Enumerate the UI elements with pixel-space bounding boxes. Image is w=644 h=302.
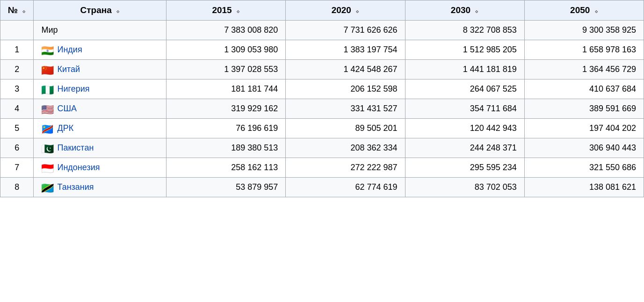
world-2020: 7 731 626 626 <box>286 21 405 40</box>
header-2015-label: 2015 <box>212 5 232 15</box>
country-link[interactable]: Нигерия <box>57 84 89 93</box>
header-2030-label: 2030 <box>451 5 470 15</box>
world-2015: 7 383 008 820 <box>166 21 286 40</box>
flag-icon: 🇹🇿 <box>41 183 54 192</box>
row-data-y2020: 1 424 548 267 <box>286 60 405 79</box>
country-link[interactable]: Пакистан <box>57 143 94 152</box>
header-num[interactable]: № ⬦ <box>0 0 34 21</box>
row-num: 6 <box>0 138 34 158</box>
row-data-y2020: 208 362 334 <box>286 138 405 158</box>
flag-icon: 🇮🇩 <box>41 164 54 173</box>
header-num-label: № <box>8 5 18 15</box>
row-num: 1 <box>0 40 34 60</box>
row-data-y2020: 272 222 987 <box>286 158 405 178</box>
world-label: Мир <box>41 25 58 35</box>
country-link[interactable]: ДРК <box>57 123 73 133</box>
country-link[interactable]: Китай <box>57 65 80 74</box>
row-data-y2030: 354 711 684 <box>405 99 524 119</box>
row-num: 8 <box>0 178 34 197</box>
row-data-y2015: 76 196 619 <box>166 119 286 138</box>
row-data-y2030: 264 067 525 <box>405 79 524 99</box>
world-country: Мир <box>34 21 166 40</box>
row-country: 🇨🇳Китай <box>34 60 166 79</box>
row-data-y2020: 89 505 201 <box>286 119 405 138</box>
row-country: 🇹🇿Танзания <box>34 178 166 197</box>
table-row: 1🇮🇳Индия1 309 053 9801 383 197 7541 512 … <box>0 40 644 60</box>
sort-icon-2030: ⬦ <box>475 7 478 14</box>
row-num: 4 <box>0 99 34 119</box>
header-2020[interactable]: 2020 ⬦ <box>286 0 405 21</box>
table-row: 4🇺🇸США319 929 162331 431 527354 711 6843… <box>0 99 644 119</box>
header-row: № ⬦ Страна ⬦ 2015 ⬦ 2020 ⬦ 2030 ⬦ 2050 ⬦ <box>0 0 644 21</box>
row-num: 5 <box>0 119 34 138</box>
row-data-y2050: 321 550 686 <box>524 158 644 178</box>
row-country: 🇳🇬Нигерия <box>34 79 166 99</box>
sort-icon-num: ⬦ <box>22 7 26 14</box>
table-row: 3🇳🇬Нигерия181 181 744206 152 598264 067 … <box>0 79 644 99</box>
row-data-y2030: 1 512 985 205 <box>405 40 524 60</box>
row-country: 🇨🇩ДРК <box>34 119 166 138</box>
row-data-y2015: 189 380 513 <box>166 138 286 158</box>
row-data-y2015: 319 929 162 <box>166 99 286 119</box>
header-2050[interactable]: 2050 ⬦ <box>524 0 644 21</box>
row-country: 🇮🇩Индонезия <box>34 158 166 178</box>
row-country: 🇮🇳Индия <box>34 40 166 60</box>
table-row: 6🇵🇰Пакистан189 380 513208 362 334244 248… <box>0 138 644 158</box>
sort-icon-country: ⬦ <box>116 7 120 14</box>
country-link[interactable]: Индия <box>57 45 82 54</box>
row-data-y2020: 331 431 527 <box>286 99 405 119</box>
row-data-y2015: 181 181 744 <box>166 79 286 99</box>
table-row: 2🇨🇳Китай1 397 028 5531 424 548 2671 441 … <box>0 60 644 79</box>
world-2030: 8 322 708 853 <box>405 21 524 40</box>
row-data-y2030: 120 442 943 <box>405 119 524 138</box>
header-2030[interactable]: 2030 ⬦ <box>405 0 524 21</box>
row-country: 🇵🇰Пакистан <box>34 138 166 158</box>
flag-icon: 🇨🇳 <box>41 65 54 74</box>
sort-icon-2015: ⬦ <box>236 7 240 14</box>
row-num: 3 <box>0 79 34 99</box>
flag-icon: 🇵🇰 <box>41 144 54 153</box>
table-row: 7🇮🇩Индонезия258 162 113272 222 987295 59… <box>0 158 644 178</box>
header-country[interactable]: Страна ⬦ <box>34 0 166 21</box>
country-link[interactable]: Индонезия <box>57 163 100 172</box>
row-data-y2030: 1 441 181 819 <box>405 60 524 79</box>
flag-icon: 🇮🇳 <box>41 46 54 55</box>
row-data-y2015: 1 397 028 553 <box>166 60 286 79</box>
world-num <box>0 21 34 40</box>
population-table: № ⬦ Страна ⬦ 2015 ⬦ 2020 ⬦ 2030 ⬦ 2050 ⬦ <box>0 0 644 197</box>
row-num: 7 <box>0 158 34 178</box>
sort-icon-2050: ⬦ <box>594 7 598 14</box>
row-data-y2050: 306 940 443 <box>524 138 644 158</box>
header-2050-label: 2050 <box>570 5 590 15</box>
row-data-y2030: 244 248 371 <box>405 138 524 158</box>
country-link[interactable]: США <box>57 104 77 113</box>
header-2015[interactable]: 2015 ⬦ <box>166 0 286 21</box>
world-row: Мир 7 383 008 820 7 731 626 626 8 322 70… <box>0 21 644 40</box>
row-data-y2050: 197 404 202 <box>524 119 644 138</box>
row-data-y2030: 295 595 234 <box>405 158 524 178</box>
row-num: 2 <box>0 60 34 79</box>
row-data-y2015: 53 879 957 <box>166 178 286 197</box>
flag-icon: 🇳🇬 <box>41 85 54 94</box>
sort-icon-2020: ⬦ <box>355 7 359 14</box>
row-data-y2050: 1 658 978 163 <box>524 40 644 60</box>
row-data-y2030: 83 702 053 <box>405 178 524 197</box>
row-data-y2015: 258 162 113 <box>166 158 286 178</box>
table-row: 8🇹🇿Танзания53 879 95762 774 61983 702 05… <box>0 178 644 197</box>
row-data-y2015: 1 309 053 980 <box>166 40 286 60</box>
row-data-y2050: 1 364 456 729 <box>524 60 644 79</box>
flag-icon: 🇺🇸 <box>41 105 54 114</box>
row-data-y2050: 138 081 621 <box>524 178 644 197</box>
row-data-y2050: 389 591 669 <box>524 99 644 119</box>
country-link[interactable]: Танзания <box>57 182 94 192</box>
flag-icon: 🇨🇩 <box>41 124 54 133</box>
header-country-label: Страна <box>80 5 112 15</box>
row-data-y2020: 62 774 619 <box>286 178 405 197</box>
table-row: 5🇨🇩ДРК76 196 61989 505 201120 442 943197… <box>0 119 644 138</box>
row-country: 🇺🇸США <box>34 99 166 119</box>
world-2050: 9 300 358 925 <box>524 21 644 40</box>
row-data-y2050: 410 637 684 <box>524 79 644 99</box>
header-2020-label: 2020 <box>332 5 351 15</box>
row-data-y2020: 1 383 197 754 <box>286 40 405 60</box>
row-data-y2020: 206 152 598 <box>286 79 405 99</box>
